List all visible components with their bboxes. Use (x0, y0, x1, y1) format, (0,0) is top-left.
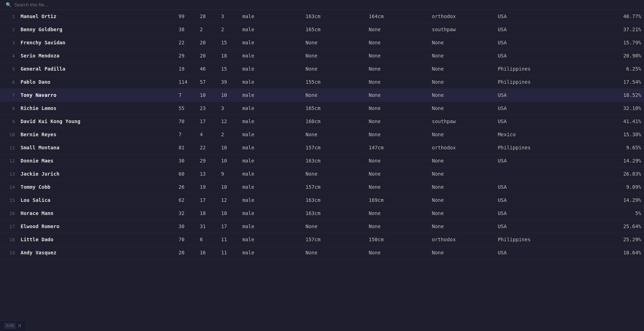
boxer-name: Frenchy Savidan (18, 36, 176, 49)
shortcut-badge: ⌘+M (4, 323, 16, 329)
boxer-name: Manuel Ortiz (18, 10, 176, 23)
col-height1: 155cm (303, 76, 366, 89)
col-pct: 18.52% (581, 89, 644, 102)
col-fights: 22 (176, 36, 197, 49)
col-wins: 2 (197, 23, 218, 36)
col-stance: None (429, 167, 495, 181)
col-gender: male (240, 128, 303, 141)
col-losses: 11 (218, 246, 240, 259)
col-stance: None (429, 181, 495, 194)
col-losses: 10 (218, 207, 240, 220)
table-row: 11 Small Montana 81 22 10 male 157cm 147… (0, 141, 644, 154)
col-height2: None (366, 154, 429, 167)
col-country: USA (495, 23, 581, 36)
col-stance: None (429, 207, 495, 220)
row-number: 19 (0, 246, 18, 259)
col-country: USA (495, 181, 581, 194)
table-row: 8 Richie Lemos 55 23 3 male 165cm None N… (0, 102, 644, 115)
col-height2: None (366, 36, 429, 49)
col-height2: None (366, 62, 429, 76)
col-fights: 60 (176, 167, 197, 181)
search-input[interactable] (14, 2, 121, 7)
col-gender: male (240, 181, 303, 194)
col-country: USA (495, 89, 581, 102)
col-fights: 30 (176, 154, 197, 167)
col-country: USA (495, 220, 581, 233)
col-stance: southpaw (429, 23, 495, 36)
col-country: USA (495, 115, 581, 128)
col-height1: None (303, 246, 366, 259)
boxer-name: Jackie Jurich (18, 167, 176, 181)
col-country: Philippines (495, 76, 581, 89)
col-country: USA (495, 10, 581, 23)
col-losses: 10 (218, 89, 240, 102)
col-wins: 31 (197, 220, 218, 233)
col-gender: male (240, 207, 303, 220)
row-number: 18 (0, 233, 18, 246)
col-height2: None (366, 207, 429, 220)
col-stance: None (429, 128, 495, 141)
col-height2: None (366, 181, 429, 194)
col-wins: 23 (197, 102, 218, 115)
col-height2: None (366, 102, 429, 115)
col-height2: None (366, 76, 429, 89)
table-row: 13 Jackie Jurich 60 13 9 male None None … (0, 167, 644, 181)
col-gender: male (240, 167, 303, 181)
boxer-name: Small Montana (18, 141, 176, 154)
col-gender: male (240, 141, 303, 154)
col-height1: None (303, 220, 366, 233)
row-number: 1 (0, 10, 18, 23)
col-height2: 147cm (366, 141, 429, 154)
col-pct: 9.09% (581, 181, 644, 194)
col-wins: 22 (197, 141, 218, 154)
col-pct: 15.38% (581, 128, 644, 141)
col-height1: 160cm (303, 115, 366, 128)
col-fights: 55 (176, 102, 197, 115)
col-pct: 26.83% (581, 167, 644, 181)
col-country: USA (495, 154, 581, 167)
col-country: USA (495, 194, 581, 207)
col-height2: 169cm (366, 194, 429, 207)
row-number: 9 (0, 115, 18, 128)
col-stance: None (429, 76, 495, 89)
col-height1: None (303, 49, 366, 62)
col-fights: 70 (176, 233, 197, 246)
col-pct: 10.64% (581, 246, 644, 259)
col-pct: 32.10% (581, 102, 644, 115)
search-bar: 🔍 (0, 0, 644, 10)
col-height1: 165cm (303, 102, 366, 115)
col-height2: None (366, 89, 429, 102)
row-number: 5 (0, 62, 18, 76)
col-height1: 163cm (303, 194, 366, 207)
col-pct: 40.77% (581, 10, 644, 23)
table-row: 7 Tony Navarro 7 10 10 male None None No… (0, 89, 644, 102)
col-pct: 6.25% (581, 62, 644, 76)
col-height2: 164cm (366, 10, 429, 23)
col-losses: 15 (218, 62, 240, 76)
boxer-name: Pablo Dano (18, 76, 176, 89)
col-losses: 12 (218, 115, 240, 128)
col-height2: 150cm (366, 233, 429, 246)
col-wins: 46 (197, 62, 218, 76)
col-country (495, 167, 581, 181)
col-fights: 29 (176, 49, 197, 62)
col-pct: 14.29% (581, 194, 644, 207)
col-stance: None (429, 220, 495, 233)
boxer-name: David Kui Kong Young (18, 115, 176, 128)
table-row: 12 Donnie Maes 30 29 10 male 163cm None … (0, 154, 644, 167)
col-losses: 18 (218, 49, 240, 62)
boxer-name: Tommy Cobb (18, 181, 176, 194)
col-wins: 17 (197, 115, 218, 128)
col-fights: 26 (176, 181, 197, 194)
table-row: 6 Pablo Dano 114 57 39 male 155cm None N… (0, 76, 644, 89)
col-stance: orthodox (429, 141, 495, 154)
col-wins: 10 (197, 89, 218, 102)
boxer-name: Lou Salica (18, 194, 176, 207)
table-row: 9 David Kui Kong Young 70 17 12 male 160… (0, 115, 644, 128)
bottom-label: M (18, 324, 21, 329)
col-losses: 12 (218, 194, 240, 207)
col-height2: None (366, 128, 429, 141)
col-wins: 13 (197, 167, 218, 181)
col-height1: 157cm (303, 233, 366, 246)
row-number: 17 (0, 220, 18, 233)
